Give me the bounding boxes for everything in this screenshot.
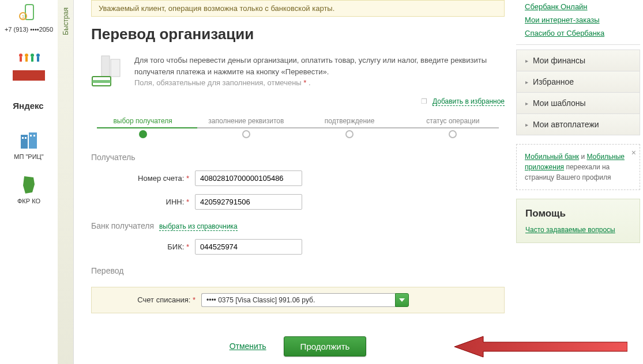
rail-label: ФКР КО bbox=[0, 198, 58, 204]
bik-input[interactable] bbox=[195, 239, 302, 255]
svg-marker-21 bbox=[454, 336, 627, 357]
step-4: статус операции bbox=[401, 117, 505, 135]
step-2: заполнение реквизитов bbox=[194, 117, 298, 135]
svg-rect-14 bbox=[25, 137, 27, 139]
svg-rect-16 bbox=[33, 135, 35, 136]
region-icon bbox=[16, 175, 42, 195]
actions-row: Отменить Продолжить bbox=[91, 336, 505, 357]
acc-finances[interactable]: ▸Мои финансы bbox=[516, 50, 640, 71]
step-3: подтверждение bbox=[298, 117, 401, 135]
building-icon bbox=[16, 130, 42, 151]
transfer-box: Счет списания: * •••• 0375 [Visa Classic… bbox=[91, 287, 505, 313]
add-favorite-link[interactable]: Добавить в избранное bbox=[433, 97, 505, 106]
chevron-right-icon: ▸ bbox=[525, 58, 528, 64]
bik-label: БИК: bbox=[167, 242, 184, 251]
right-link-orders[interactable]: Мои интернет-заказы bbox=[516, 13, 640, 26]
notice-box: × Мобильный банк и Мобильные приложения … bbox=[516, 144, 640, 190]
section-transfer: Перевод bbox=[91, 266, 505, 275]
rail-item-fkr[interactable]: ФКР КО bbox=[0, 175, 58, 204]
right-link-online[interactable]: Сбербанк Онлайн bbox=[516, 0, 640, 13]
notice-link-1[interactable]: Мобильный банк bbox=[525, 153, 579, 161]
svg-point-7 bbox=[31, 54, 34, 57]
rail-label: МП "РИЦ" bbox=[0, 153, 58, 160]
svg-rect-17 bbox=[101, 56, 110, 77]
progress-steps: выбор получателя заполнение реквизитов п… bbox=[91, 117, 505, 135]
right-rail: Сбербанк Онлайн Мои интернет-заказы Спас… bbox=[516, 0, 643, 364]
rail-item-yandex[interactable]: Яндекс bbox=[0, 95, 58, 116]
account-label: Номер счета: bbox=[138, 174, 184, 183]
chevron-down-icon bbox=[399, 298, 405, 302]
svg-text:1: 1 bbox=[21, 14, 24, 20]
dropdown-button[interactable] bbox=[395, 293, 409, 307]
page-title: Перевод организации bbox=[91, 25, 505, 43]
svg-point-3 bbox=[19, 54, 22, 57]
alert-banner: Уважаемый клиент, операция возможна толь… bbox=[91, 0, 505, 17]
svg-rect-4 bbox=[20, 57, 22, 62]
chevron-right-icon: ▸ bbox=[525, 79, 528, 85]
debit-value: •••• 0375 [Visa Classic] 991.06 руб. bbox=[201, 293, 395, 307]
chevron-right-icon: ▸ bbox=[525, 100, 528, 107]
intro-block: Для того чтобы перевести деньги организа… bbox=[91, 55, 505, 89]
close-icon[interactable]: × bbox=[631, 147, 636, 159]
rail-phone-label: +7 (913) ••••2050 bbox=[0, 26, 58, 33]
section-bank: Банк получателя bbox=[91, 221, 154, 230]
building-card-icon bbox=[91, 55, 126, 86]
right-links: Сбербанк Онлайн Мои интернет-заказы Спас… bbox=[516, 0, 640, 45]
svg-point-5 bbox=[25, 54, 28, 57]
intro-line1: Для того чтобы перевести деньги организа… bbox=[134, 55, 505, 77]
help-box: Помощь Часто задаваемые вопросы bbox=[516, 199, 640, 243]
inn-label: ИНН: bbox=[166, 198, 185, 206]
right-link-spasibo[interactable]: Спасибо от Сбербанка bbox=[516, 26, 640, 40]
svg-point-9 bbox=[36, 54, 40, 57]
help-title: Помощь bbox=[525, 208, 631, 219]
chevron-right-icon: ▸ bbox=[525, 122, 528, 128]
svg-rect-15 bbox=[30, 135, 32, 136]
acc-favorites[interactable]: ▸Избранное bbox=[516, 71, 640, 93]
highlight-arrow bbox=[454, 335, 627, 358]
people-icon bbox=[16, 47, 42, 68]
continue-button[interactable]: Продолжить bbox=[284, 336, 367, 357]
svg-rect-11 bbox=[21, 135, 28, 149]
accordion: ▸Мои финансы ▸Избранное ▸Мои шаблоны ▸Мо… bbox=[516, 50, 640, 135]
acc-templates[interactable]: ▸Мои шаблоны bbox=[516, 93, 640, 114]
left-rail: 1 +7 (913) ••••2050 Яндекс МП "РИЦ" Ф bbox=[0, 0, 58, 364]
debit-select[interactable]: •••• 0375 [Visa Classic] 991.06 руб. bbox=[201, 293, 409, 307]
rail-item-1[interactable] bbox=[0, 47, 58, 81]
debit-label: Счет списания: bbox=[137, 295, 190, 304]
acc-autopay[interactable]: ▸Мои автоплатежи bbox=[516, 114, 640, 135]
svg-rect-18 bbox=[111, 59, 120, 77]
svg-rect-6 bbox=[25, 57, 28, 62]
account-input[interactable] bbox=[195, 170, 302, 186]
intro-note: Поля, обязательные для заполнения, отмеч… bbox=[134, 78, 303, 87]
favorite-link-row: ❐ Добавить в избранное bbox=[91, 97, 505, 105]
svg-rect-20 bbox=[92, 80, 111, 83]
main-content: Уважаемый клиент, операция возможна толь… bbox=[74, 0, 516, 364]
svg-rect-13 bbox=[22, 137, 24, 139]
cancel-link[interactable]: Отменить bbox=[230, 342, 266, 351]
svg-rect-8 bbox=[31, 57, 33, 62]
quick-tab[interactable]: Быстрая bbox=[58, 0, 74, 364]
yandex-icon: Яндекс bbox=[16, 95, 42, 116]
quick-tab-label: Быстрая bbox=[62, 7, 70, 35]
faq-link[interactable]: Часто задаваемые вопросы bbox=[525, 226, 615, 234]
bank-directory-link[interactable]: выбрать из справочника bbox=[159, 222, 238, 231]
phone-icon: 1 bbox=[16, 3, 42, 24]
rail-item-ric[interactable]: МП "РИЦ" bbox=[0, 130, 58, 160]
inn-input[interactable] bbox=[195, 194, 302, 210]
bookmark-icon: ❐ bbox=[421, 97, 427, 105]
rail-phone[interactable]: 1 +7 (913) ••••2050 bbox=[0, 3, 58, 33]
svg-rect-10 bbox=[37, 57, 39, 62]
step-1: выбор получателя bbox=[91, 117, 194, 135]
section-recipient: Получатель bbox=[91, 153, 505, 162]
